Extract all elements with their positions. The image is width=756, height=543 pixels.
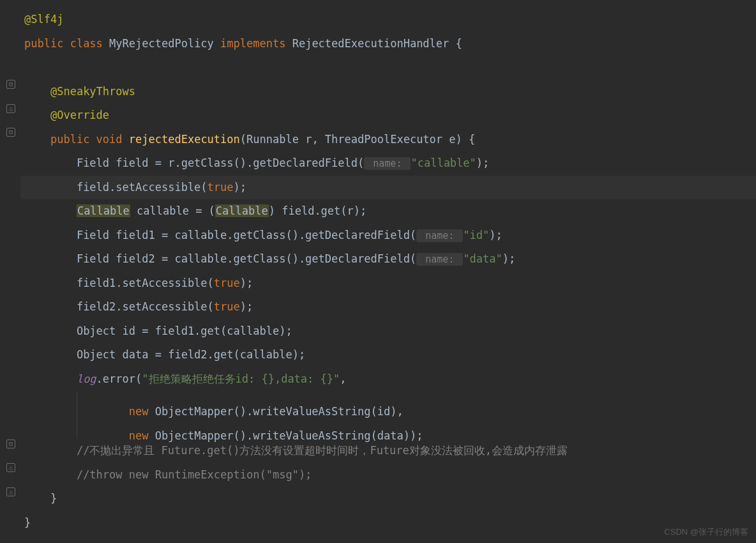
code-area[interactable]: @Slf4jpublic class MyRejectedPolicy impl…: [20, 0, 756, 543]
code-line[interactable]: [20, 56, 756, 80]
code-token: MyRejectedPolicy: [109, 37, 220, 50]
code-token: Field field2 = callable.getClass().getDe…: [77, 252, 416, 265]
code-token: log: [77, 372, 96, 385]
code-token: rejectedExecution: [129, 133, 240, 146]
code-token: Callable: [77, 204, 130, 217]
code-token: "data": [463, 252, 502, 265]
code-token: );: [476, 157, 489, 169]
fold-icon[interactable]: △: [6, 104, 15, 113]
code-token: Field field = r.getClass().getDeclaredFi…: [77, 157, 364, 169]
code-token: "id": [463, 229, 489, 241]
code-token: //不抛出异常且 Future.get()方法没有设置超时时间时，Future对…: [77, 444, 568, 457]
code-token: field.setAccessible(: [77, 181, 208, 194]
code-token: Callable: [215, 204, 269, 217]
code-token: true: [214, 300, 240, 313]
code-line[interactable]: log.error("拒绝策略拒绝任务id: {},data: {}",: [20, 367, 756, 392]
code-token: field2.setAccessible(: [77, 300, 214, 313]
code-line[interactable]: field1.setAccessible(true);: [20, 272, 756, 296]
code-line[interactable]: //不抛出异常且 Future.get()方法没有设置超时时间时，Future对…: [20, 439, 756, 463]
code-token: }: [50, 492, 57, 505]
code-token: );: [240, 300, 253, 313]
code-token: name:: [416, 253, 463, 266]
code-token: callable = (: [130, 204, 215, 217]
code-token: @Slf4j: [24, 13, 63, 26]
code-token: .error(: [96, 372, 142, 385]
code-token: name:: [364, 157, 411, 170]
code-line[interactable]: public void rejectedExecution(Runnable r…: [20, 128, 756, 152]
code-line[interactable]: field2.setAccessible(true);: [20, 295, 756, 319]
code-token: void: [96, 133, 129, 146]
code-token: class: [70, 37, 109, 50]
code-token: "拒绝策略拒绝任务id: {},data: {}": [142, 372, 340, 385]
code-line[interactable]: }: [20, 511, 756, 535]
code-line[interactable]: Field field2 = callable.getClass().getDe…: [20, 247, 756, 272]
code-token: field1.setAccessible(: [77, 277, 214, 289]
code-token: //throw new RuntimeException("msg");: [77, 468, 312, 481]
code-token: true: [214, 277, 240, 289]
code-token: );: [234, 181, 246, 194]
code-line[interactable]: @SneakyThrows: [20, 80, 756, 104]
code-token: ,: [340, 372, 346, 385]
code-line[interactable]: new ObjectMapper().writeValueAsString(id…: [20, 391, 756, 415]
code-token: name:: [416, 229, 463, 242]
fold-icon[interactable]: ⊟: [6, 128, 15, 137]
code-token: public: [24, 37, 70, 50]
code-line[interactable]: //throw new RuntimeException("msg");: [20, 463, 756, 487]
code-token: ) field.get(r);: [269, 204, 367, 217]
code-token: }: [24, 516, 31, 529]
code-line[interactable]: field.setAccessible(true);: [20, 176, 756, 200]
code-token: );: [503, 252, 515, 265]
code-token: Object data = field2.get(callable);: [77, 348, 305, 361]
code-token: );: [240, 277, 253, 289]
code-token: implements: [220, 37, 292, 50]
code-line[interactable]: Callable callable = (Callable) field.get…: [20, 199, 756, 224]
code-line[interactable]: Object data = field2.get(callable);: [20, 343, 756, 367]
code-token: "callable": [411, 157, 476, 169]
fold-icon[interactable]: ⊟: [6, 440, 15, 448]
code-line[interactable]: }: [20, 487, 756, 511]
code-token: @SneakyThrows: [50, 85, 135, 98]
gutter: ⊟△⊟⊟△△: [0, 0, 20, 543]
code-token: true: [208, 181, 234, 194]
code-line[interactable]: Field field = r.getClass().getDeclaredFi…: [20, 151, 756, 176]
fold-icon[interactable]: △: [6, 487, 15, 496]
code-line[interactable]: Field field1 = callable.getClass().getDe…: [20, 224, 756, 248]
code-line[interactable]: public class MyRejectedPolicy implements…: [20, 32, 756, 56]
code-line[interactable]: @Override: [20, 103, 756, 128]
watermark: CSDN @张子行的博客: [664, 526, 748, 538]
fold-icon[interactable]: ⊟: [6, 80, 15, 89]
code-token: Field field1 = callable.getClass().getDe…: [77, 229, 416, 241]
code-token: public: [50, 133, 96, 146]
code-token: );: [489, 229, 502, 241]
code-line[interactable]: @Slf4j: [20, 8, 756, 32]
code-token: (Runnable r, ThreadPoolExecutor e) {: [240, 133, 475, 146]
code-token: @Override: [50, 109, 109, 121]
code-editor[interactable]: ⊟△⊟⊟△△ @Slf4jpublic class MyRejectedPoli…: [0, 0, 756, 543]
code-line[interactable]: new ObjectMapper().writeValueAsString(da…: [20, 415, 756, 440]
code-line[interactable]: Object id = field1.get(callable);: [20, 319, 756, 344]
code-token: RejectedExecutionHandler {: [292, 37, 462, 50]
code-token: Object id = field1.get(callable);: [77, 325, 292, 337]
fold-icon[interactable]: △: [6, 463, 15, 472]
